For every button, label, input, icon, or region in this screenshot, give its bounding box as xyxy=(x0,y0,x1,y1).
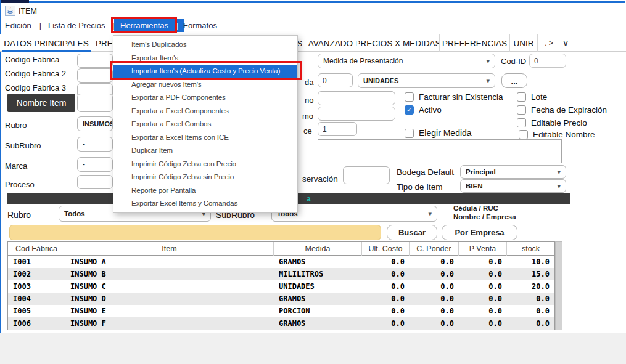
tab-overflow-dots[interactable]: . > xyxy=(539,34,559,52)
column-header-stock[interactable]: stock xyxy=(507,242,554,256)
menu-item-exportar-excel-items-comandas[interactable]: Exportar Excel Items y Comandas xyxy=(113,197,297,211)
column-header-medida[interactable]: Medida xyxy=(274,242,362,256)
rubro-combo[interactable]: INSUMOS xyxy=(77,116,113,131)
checkbox-activo[interactable]: ✓ xyxy=(405,105,414,115)
facturar-sin-existencia-row: Facturar sin Existencia xyxy=(405,92,503,102)
menu-edicion[interactable]: Edición | xyxy=(5,19,41,32)
menu-item-exportar-excel-componentes[interactable]: Exportar a Excel Componentes xyxy=(113,105,297,118)
codigo-fabrica-input[interactable] xyxy=(77,54,113,68)
section-bar-fragment: a xyxy=(307,195,311,203)
editable-nombre-row: Editable Nombre xyxy=(519,130,595,139)
cantidad-input[interactable] xyxy=(318,73,353,87)
menu-item-exportar-excel-combos[interactable]: Exportar a Excel Combos xyxy=(113,118,297,131)
editable-precio-row: Editable Precio xyxy=(517,118,587,127)
partial-label-medida: da xyxy=(305,78,313,87)
menu-formatos[interactable]: Formatos xyxy=(183,19,217,32)
checkbox-elegir-medida[interactable] xyxy=(405,129,414,138)
nombre-item-input[interactable] xyxy=(77,94,113,112)
table-row[interactable]: I001INSUMO AGRAMOS0.00.00.010.0 xyxy=(8,256,554,268)
checkbox-facturar-sin-existencia[interactable] xyxy=(405,92,414,102)
items-table: Cod Fábrica Item Medida Ult. Costo C. Po… xyxy=(7,241,555,330)
nombre-item-button[interactable]: Nombre Item xyxy=(7,94,75,112)
rubro-value: INSUMOS xyxy=(83,120,113,127)
tipo-de-item-combo[interactable]: BIEN ▾ xyxy=(460,179,566,193)
buscar-button[interactable]: Buscar xyxy=(387,225,437,240)
table-row[interactable]: I005INSUMO EPORCION0.00.00.00.0 xyxy=(8,305,554,317)
checkbox-label-elegir-medida: Elegir Medida xyxy=(419,128,472,138)
notes-textarea[interactable] xyxy=(318,139,562,163)
bodega-default-combo[interactable]: Principal ▾ xyxy=(460,165,566,179)
menu-item-imprimir-zebra-sin-precio[interactable]: Imprimir Código Zebra sin Precio xyxy=(113,171,297,184)
marca-combo[interactable]: - xyxy=(77,157,113,172)
label-codigo-fabrica-3: Codigo Fabrica 3 xyxy=(5,83,66,92)
tab-bar: DATOS PRINCIPALES PREC S AVANZADO PRECIO… xyxy=(0,34,626,52)
more-options-button[interactable]: ... xyxy=(501,73,527,88)
table-row[interactable]: I003INSUMO CUNIDADES0.00.00.020.0 xyxy=(8,280,554,293)
checkbox-label-editable-precio: Editable Precio xyxy=(531,118,587,127)
column-header-p-venta[interactable]: P Venta xyxy=(459,242,507,256)
window-top-accent-dark xyxy=(0,0,29,3)
dropdown-arrow-icon: ▾ xyxy=(428,211,432,217)
minimo-input[interactable] xyxy=(318,91,395,105)
label-filter-rubro: Rubro xyxy=(7,210,31,220)
menu-item-importar-items[interactable]: Importar Item's (Actualiza Costo y Preci… xyxy=(113,65,297,78)
search-input[interactable] xyxy=(9,225,381,240)
column-header-c-ponder[interactable]: C. Ponder xyxy=(410,242,459,256)
cod-id-input[interactable] xyxy=(529,54,566,68)
checkbox-editable-precio[interactable] xyxy=(517,118,526,127)
menu-separator: | xyxy=(176,21,178,30)
table-row[interactable]: I006INSUMO FGRAMOS0.00.00.00.0 xyxy=(8,317,554,330)
app-window: ITEM Edición | Lista de Precios | Herram… xyxy=(0,0,626,364)
column-header-ult-costo[interactable]: Ult. Costo xyxy=(362,242,410,256)
label-marca: Marca xyxy=(5,161,27,171)
table-scrollbar[interactable] xyxy=(555,241,562,330)
activo-row: ✓ Activo xyxy=(405,105,442,115)
tipo-de-item-value: BIEN xyxy=(466,182,482,190)
unidades-value: UNIDADES xyxy=(363,77,398,84)
menu-item-imprimir-zebra-con-precio[interactable]: Imprimir Código Zebra con Precio xyxy=(113,158,297,171)
column-header-item[interactable]: Item xyxy=(65,242,274,256)
menu-item-exportar-excel-items-ice[interactable]: Exportar a Excel Items con ICE xyxy=(113,131,297,145)
checkbox-lote[interactable] xyxy=(517,92,526,102)
por-empresa-button[interactable]: Por Empresa xyxy=(442,225,517,240)
java-app-icon xyxy=(5,6,15,16)
menu-item-reporte-por-pantalla[interactable]: Reporte por Pantalla xyxy=(113,184,297,198)
menu-formatos-label: Formatos xyxy=(183,21,217,30)
indice-input[interactable] xyxy=(318,122,357,136)
tab-preferencias[interactable]: PREFERENCIAS xyxy=(440,34,510,52)
subrubro-value: - xyxy=(83,140,85,148)
lote-row: Lote xyxy=(517,92,547,102)
tab-precios-x-medidas[interactable]: PRECIOS X MEDIDAS xyxy=(356,34,440,52)
search-hint-line1: Cédula / RUC xyxy=(453,204,516,212)
tab-prec-partial[interactable]: PREC xyxy=(91,34,114,52)
subrubro-combo[interactable]: - xyxy=(77,137,113,152)
marca-value: - xyxy=(83,160,85,169)
column-header-cod-fabrica[interactable]: Cod Fábrica xyxy=(8,242,65,256)
observacion-input[interactable] xyxy=(343,166,390,184)
chevron-down-icon[interactable]: ∨ xyxy=(558,34,573,52)
menu-item-exportar-pdf-componentes[interactable]: Exportar a PDF Componentes xyxy=(113,91,297,105)
codigo-fabrica-2-input[interactable] xyxy=(77,68,113,83)
checkbox-label-lote: Lote xyxy=(531,92,547,102)
table-row[interactable]: I004INSUMO DGRAMOS0.00.00.00.0 xyxy=(8,293,554,305)
table-row[interactable]: I002INSUMO BMILILITROS0.00.00.015.0 xyxy=(8,268,554,280)
unidades-combo[interactable]: UNIDADES ▾ xyxy=(358,73,495,88)
dropdown-arrow-icon: ▾ xyxy=(486,58,490,65)
label-codigo-fabrica: Codigo Fabrica xyxy=(5,55,59,64)
menu-herramientas[interactable]: Herramientas | xyxy=(114,19,184,32)
tab-datos-principales[interactable]: DATOS PRINCIPALES xyxy=(2,34,91,52)
maximo-input[interactable] xyxy=(318,107,395,121)
menu-lista-de-precios[interactable]: Lista de Precios | xyxy=(48,19,115,32)
checkbox-editable-nombre[interactable] xyxy=(519,130,528,139)
tab-avanzado[interactable]: AVANZADO xyxy=(305,34,356,52)
medida-presentacion-combo[interactable]: Medida de Presentación ▾ xyxy=(318,54,495,68)
menu-item-items-duplicados[interactable]: Item's Duplicados xyxy=(113,38,297,52)
checkbox-fecha-expiracion[interactable] xyxy=(517,105,526,115)
window-top-accent xyxy=(29,1,625,3)
tab-unir[interactable]: UNIR xyxy=(510,34,538,52)
menu-item-exportar-items[interactable]: Exportar Item's xyxy=(113,52,297,65)
menu-item-duplicar-item[interactable]: Duplicar Item xyxy=(113,144,297,158)
label-subrubro: SubRubro xyxy=(5,141,41,150)
menu-item-agregar-nuevos-items[interactable]: Agregar nuevos Item's xyxy=(113,78,297,92)
proceso-input[interactable] xyxy=(77,175,113,189)
